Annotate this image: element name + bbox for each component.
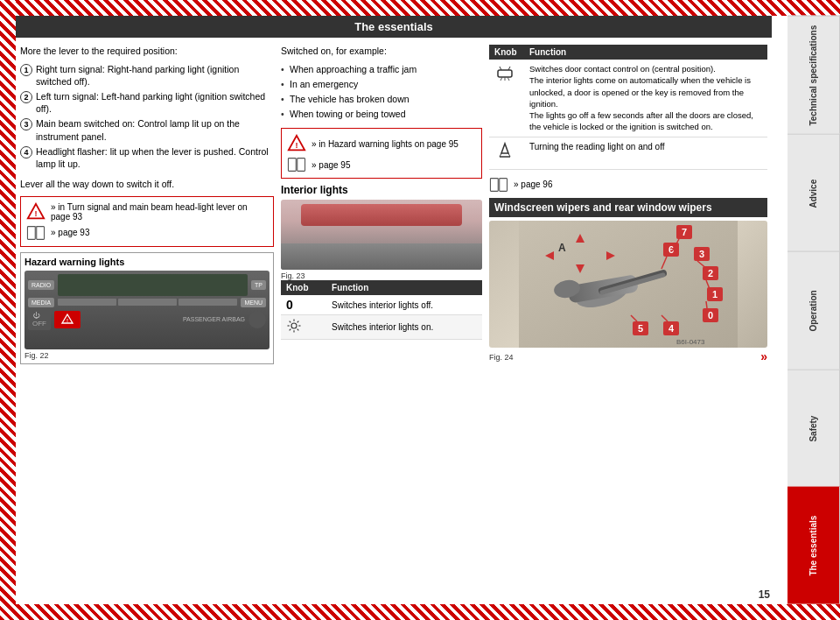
sidebar-tabs: Technical specifications Advice Operatio…	[788, 16, 840, 604]
warning-triangle-icon: !	[26, 202, 46, 222]
airbag-area: PASSENGER AIRBAG	[183, 316, 245, 322]
radio-btn	[58, 299, 116, 306]
forward-arrow: »	[760, 349, 767, 363]
main-content: The essentials More the lever to the req…	[16, 16, 772, 604]
interior-table: Knob Function 0 Switches interior lights…	[281, 280, 482, 340]
tab-advice[interactable]: Advice	[788, 134, 840, 252]
svg-text:!: !	[295, 141, 298, 150]
hazard-fig-image: RADIO TP MEDIA MENU	[24, 271, 270, 349]
svg-point-11	[291, 323, 297, 328]
svg-text:7: 7	[682, 227, 687, 237]
sun-icon	[286, 318, 302, 334]
warn-row-2: » page 95	[287, 157, 476, 173]
lever-text: Lever all the way down to switch it off.	[20, 178, 274, 191]
list-item: When towing or being towed	[281, 108, 482, 120]
warning-box-left: ! » in Turn signal and main beam head-li…	[20, 196, 274, 247]
warn-row-1: ! » in Hazard warning lights on page 95	[287, 134, 476, 153]
knob-dial	[248, 311, 266, 328]
radio-mid-buttons	[58, 299, 237, 306]
svg-rect-10	[298, 159, 305, 172]
radio-bottom-row: ⏻OFF ! PASSENGER AIRBAG	[28, 309, 266, 330]
warning-box-middle: ! » in Hazard warning lights on page 95 …	[281, 128, 482, 179]
list-item: 1 Right turn signal: Right-hand parking …	[20, 63, 274, 88]
list-item: 2 Left turn signal: Left-hand parking li…	[20, 90, 274, 115]
switched-on-heading: Switched on, for example:	[281, 45, 482, 58]
svg-line-19	[290, 329, 291, 331]
middle-column: Switched on, for example: When approachi…	[281, 45, 482, 602]
left-column: More the lever to the required position:…	[20, 45, 274, 602]
interior-lights-section: Interior lights Fig. 23	[281, 184, 482, 340]
svg-line-16	[290, 321, 291, 323]
function-header: Function	[524, 45, 767, 60]
media-label: MEDIA	[28, 298, 54, 307]
list-item: 4 Headlight flasher: lit up when the lev…	[20, 145, 274, 170]
radio-screen	[58, 274, 248, 296]
windscreen-section: Windscreen wipers and rear window wipers	[489, 198, 767, 363]
warning-row-2: » page 93	[26, 225, 268, 241]
svg-rect-30	[500, 178, 508, 191]
right-table: Knob Function	[489, 45, 767, 170]
hazard-triangle-icon: !	[60, 313, 74, 327]
tab-essentials[interactable]: The essentials	[788, 487, 840, 604]
book-icon-3	[489, 177, 508, 193]
knob-cell-1	[489, 60, 524, 137]
off-button: ⏻OFF	[28, 309, 51, 330]
svg-text:A: A	[558, 242, 566, 254]
page-number: 15	[759, 588, 770, 601]
col-knob-header: Knob	[281, 280, 326, 295]
table-row: Turning the reading light on and off	[489, 137, 767, 169]
svg-rect-2	[27, 226, 35, 239]
warning-row-1: ! » in Turn signal and main beam head-li…	[26, 202, 268, 222]
num-2: 2	[20, 91, 32, 103]
radio-mid-row: MEDIA MENU	[28, 298, 266, 307]
list-item: The vehicle has broken down	[281, 93, 482, 105]
interior-light-icon	[494, 63, 515, 84]
svg-text:3: 3	[699, 249, 704, 259]
function-cell-1: Switches door contact control on (centra…	[524, 60, 767, 137]
svg-text:B6I-0473: B6I-0473	[676, 338, 705, 346]
interior-heading: Interior lights	[281, 184, 482, 196]
svg-text:2: 2	[708, 268, 713, 278]
img-bottom	[281, 243, 482, 270]
interior-fig-image	[281, 200, 482, 270]
wiper-fig-image: A 7 6	[489, 221, 767, 348]
numbered-list: 1 Right turn signal: Right-hand parking …	[20, 63, 274, 173]
function-sun: Switches interior lights on.	[326, 315, 482, 340]
radio-face: RADIO TP MEDIA MENU	[24, 271, 270, 349]
table-row: Switches interior lights on.	[281, 315, 482, 340]
intro-text: More the lever to the required position:	[20, 45, 274, 58]
num-1: 1	[20, 64, 32, 76]
radio-btn	[118, 299, 177, 306]
svg-rect-29	[490, 178, 498, 191]
svg-line-18	[298, 321, 299, 323]
svg-rect-3	[37, 226, 45, 239]
list-item: 3 Main beam switched on: Control lamp li…	[20, 117, 274, 142]
tab-safety[interactable]: Safety	[788, 370, 840, 488]
table-row: Switches door contact control on (centra…	[489, 60, 767, 137]
page-ref-right: » page 96	[489, 177, 767, 193]
list-item: In an emergency	[281, 78, 482, 90]
tab-operation[interactable]: Operation	[788, 251, 840, 370]
svg-text:!: !	[66, 317, 68, 322]
reading-light-icon	[494, 141, 515, 162]
svg-text:5: 5	[638, 323, 643, 334]
bottom-border	[0, 604, 840, 620]
wiper-diagram: A 7 6	[489, 221, 767, 348]
fig-22-label: Fig. 22	[24, 351, 270, 360]
radio-btn	[178, 299, 237, 306]
function-0: Switches interior lights off.	[326, 295, 482, 315]
interior-light-bar	[301, 204, 462, 226]
tab-technical-specifications[interactable]: Technical specifications	[788, 16, 840, 134]
svg-rect-20	[498, 70, 512, 77]
content-wrapper: More the lever to the required position:…	[16, 45, 772, 602]
table-row: 0 Switches interior lights off.	[281, 295, 482, 315]
knob-sun	[281, 315, 326, 340]
col-function-header: Function	[326, 280, 482, 295]
page-title: The essentials	[16, 16, 772, 38]
list-item: When approaching a traffic jam	[281, 63, 482, 75]
radio-top-row: RADIO TP	[28, 274, 266, 296]
hazard-button[interactable]: !	[54, 311, 80, 328]
knob-0: 0	[281, 295, 326, 315]
book-icon-2	[287, 157, 306, 173]
svg-text:4: 4	[668, 323, 675, 334]
